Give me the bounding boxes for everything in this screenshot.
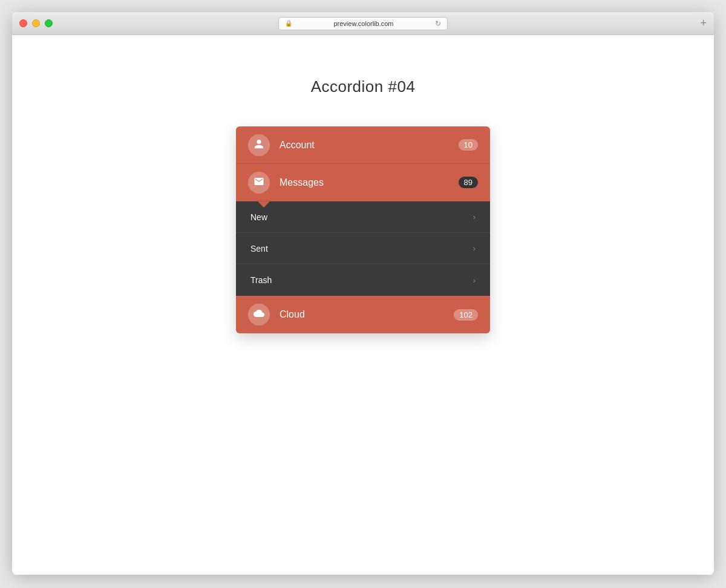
- submenu-new-label: New: [250, 212, 473, 222]
- page-content: Accordion #04 Account 10: [12, 35, 714, 575]
- new-tab-button[interactable]: +: [700, 17, 707, 30]
- browser-window: 🔒 preview.colorlib.com ↻ + Accordion #04…: [12, 12, 714, 575]
- accordion-item-messages[interactable]: Messages 89: [236, 164, 490, 201]
- chevron-right-icon-sent: ›: [473, 244, 476, 253]
- submenu-item-trash[interactable]: Trash ›: [236, 264, 490, 296]
- cloud-icon-circle: [248, 304, 270, 325]
- submenu-item-sent[interactable]: Sent ›: [236, 233, 490, 264]
- mail-icon: [253, 176, 264, 189]
- messages-icon-circle: [248, 172, 270, 194]
- cloud-label: Cloud: [280, 309, 454, 320]
- messages-badge: 89: [459, 177, 478, 188]
- lock-icon: 🔒: [285, 20, 292, 27]
- accordion-item-cloud[interactable]: Cloud 102: [236, 296, 490, 333]
- messages-label: Messages: [280, 177, 459, 188]
- chevron-right-icon-trash: ›: [473, 276, 476, 285]
- accordion-submenu-messages: New › Sent › Trash ›: [236, 201, 490, 296]
- expand-pointer: [258, 201, 270, 207]
- accordion: Account 10 Messages 89: [236, 126, 490, 333]
- accordion-item-account[interactable]: Account 10: [236, 126, 490, 164]
- account-icon-circle: [248, 134, 270, 156]
- cloud-icon: [253, 308, 265, 321]
- page-title: Accordion #04: [311, 77, 416, 96]
- submenu-item-new[interactable]: New ›: [236, 201, 490, 233]
- messages-item-wrapper: Messages 89: [236, 164, 490, 201]
- submenu-sent-label: Sent: [250, 244, 473, 253]
- close-button[interactable]: [19, 19, 27, 27]
- chevron-right-icon: ›: [473, 212, 476, 221]
- submenu-trash-label: Trash: [250, 275, 473, 285]
- address-bar[interactable]: 🔒 preview.colorlib.com ↻: [278, 17, 448, 30]
- url-display: preview.colorlib.com: [295, 20, 432, 27]
- account-badge: 10: [459, 139, 478, 151]
- account-label: Account: [280, 140, 459, 151]
- traffic-lights: [19, 19, 53, 27]
- titlebar: 🔒 preview.colorlib.com ↻ +: [12, 12, 714, 35]
- reload-icon[interactable]: ↻: [435, 19, 441, 28]
- maximize-button[interactable]: [45, 19, 53, 27]
- minimize-button[interactable]: [32, 19, 40, 27]
- user-icon: [253, 139, 264, 152]
- cloud-badge: 102: [454, 309, 478, 321]
